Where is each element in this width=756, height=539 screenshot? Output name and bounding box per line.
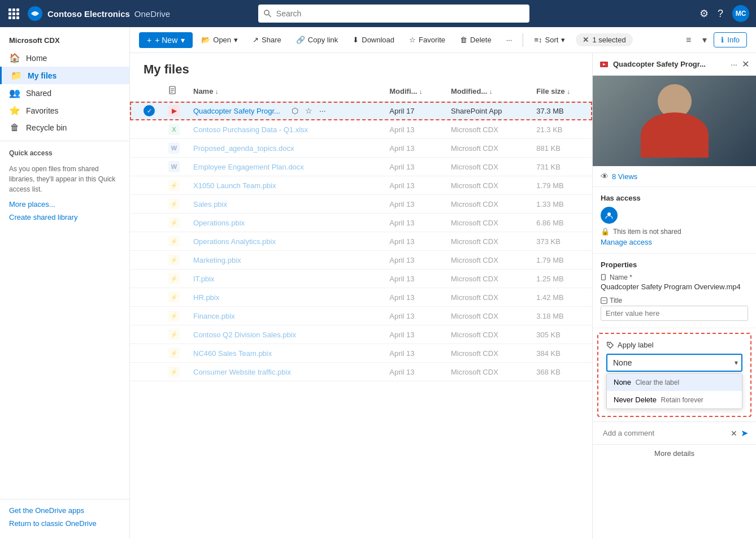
settings-button[interactable]: ⚙ [699, 7, 709, 20]
name-col-label: Name [193, 87, 213, 95]
download-button[interactable]: ⬇ Download [346, 32, 401, 47]
col-name-header[interactable]: Name ↓ [186, 81, 383, 102]
classic-link[interactable]: Return to classic OneDrive [0, 517, 129, 530]
row-check[interactable] [130, 251, 162, 270]
row-check[interactable] [130, 139, 162, 158]
sidebar-item-shared[interactable]: 👥 Shared [0, 84, 129, 102]
open-button[interactable]: 📂 Open ▾ [195, 32, 244, 47]
view-chevron-button[interactable]: ▾ [698, 32, 711, 48]
sort-button[interactable]: ≡↕ Sort ▾ [528, 32, 571, 47]
label-select[interactable]: None Never Delete [606, 354, 742, 372]
row-name-cell: X1050 Launch Team.pbix [186, 176, 383, 195]
row-check[interactable] [130, 307, 162, 325]
row-size: 373 KB [529, 232, 592, 251]
favorite-button[interactable]: ☆ Favorite [403, 32, 451, 47]
info-panel-more-button[interactable]: ··· [731, 60, 737, 69]
sidebar-item-recycle[interactable]: 🗑 Recycle bin [0, 119, 129, 136]
row-more-button[interactable]: ··· [317, 105, 328, 116]
table-row[interactable]: ⚡ X1050 Launch Team.pbix April 13 Micros… [130, 176, 592, 195]
row-file-name[interactable]: Employee Engagement Plan.docx [193, 163, 304, 171]
row-actions: ⬡ ☆ ··· [289, 105, 328, 116]
row-check[interactable] [130, 325, 162, 344]
table-row[interactable]: ⚡ Consumer Website traffic.pbix April 13… [130, 363, 592, 381]
table-row[interactable]: ⚡ Contoso Q2 Division Sales.pbix April 1… [130, 325, 592, 344]
table-row[interactable]: ⚡ IT.pbix April 13 Microsoft CDX 1.25 MB [130, 270, 592, 288]
table-row[interactable]: ✓ ▶ Quadcopter Safety Progr... ⬡ ☆ ··· [130, 102, 592, 120]
sidebar-item-home[interactable]: 🏠 Home [0, 49, 129, 67]
table-row[interactable]: W Employee Engagement Plan.docx April 13… [130, 158, 592, 176]
user-avatar[interactable]: MC [732, 5, 749, 22]
row-file-name[interactable]: NC460 Sales Team.pbix [193, 349, 272, 358]
row-file-name[interactable]: Contoso Purchasing Data - Q1.xlsx [193, 125, 308, 134]
row-file-name[interactable]: Operations.pbix [193, 219, 245, 227]
row-file-name[interactable]: Finance.pbix [193, 312, 235, 320]
row-check[interactable] [130, 214, 162, 232]
row-check[interactable] [130, 270, 162, 288]
row-check[interactable] [130, 288, 162, 307]
title-input[interactable] [601, 306, 748, 321]
row-file-name[interactable]: Sales.pbix [193, 200, 227, 208]
row-check[interactable]: ✓ [130, 102, 162, 120]
search-box[interactable] [258, 5, 529, 23]
comment-input[interactable] [601, 427, 727, 440]
views-count[interactable]: 8 Views [612, 172, 637, 181]
row-file-name[interactable]: IT.pbix [193, 275, 215, 283]
row-file-name[interactable]: X1050 Launch Team.pbix [193, 181, 276, 190]
row-check[interactable] [130, 232, 162, 251]
label-select-container: None Never Delete ▾ [606, 354, 742, 372]
table-row[interactable]: ⚡ Operations.pbix April 13 Microsoft CDX… [130, 214, 592, 232]
sidebar-item-myfiles[interactable]: 📁 My files [0, 67, 129, 84]
row-check[interactable] [130, 120, 162, 139]
table-row[interactable]: ⚡ HR.pbix April 13 Microsoft CDX 1.42 MB [130, 288, 592, 307]
row-file-name[interactable]: Quadcopter Safety Progr... [193, 107, 280, 115]
row-file-name[interactable]: Contoso Q2 Division Sales.pbix [193, 331, 296, 339]
row-favorite-button[interactable]: ☆ [303, 105, 315, 116]
row-check[interactable] [130, 195, 162, 214]
table-row[interactable]: ⚡ Operations Analytics.pbix April 13 Mic… [130, 232, 592, 251]
col-size-header[interactable]: File size ↓ [529, 81, 592, 102]
create-library-link[interactable]: Create shared library [0, 211, 129, 224]
row-check[interactable] [130, 158, 162, 176]
row-size: 368 KB [529, 363, 592, 381]
more-details-button[interactable]: More details [593, 444, 756, 462]
table-row[interactable]: ⚡ Marketing.pbix April 13 Microsoft CDX … [130, 251, 592, 270]
row-file-name[interactable]: Marketing.pbix [193, 256, 241, 264]
row-file-name[interactable]: Consumer Website traffic.pbix [193, 368, 291, 376]
manage-access-link[interactable]: Manage access [601, 238, 748, 246]
col-modified-header[interactable]: Modified... ↓ [444, 81, 529, 102]
view-toggle-button[interactable]: ≡ [681, 32, 696, 48]
delete-button[interactable]: 🗑 Delete [454, 32, 498, 47]
row-check[interactable] [130, 363, 162, 381]
search-input[interactable] [276, 9, 524, 18]
row-file-name[interactable]: Proposed_agenda_topics.docx [193, 144, 294, 153]
row-file-name[interactable]: HR.pbix [193, 293, 219, 302]
comment-send-button[interactable]: ➤ [741, 428, 748, 438]
more-button[interactable]: ··· [500, 32, 519, 47]
table-row[interactable]: X Contoso Purchasing Data - Q1.xlsx Apri… [130, 120, 592, 139]
copy-link-button[interactable]: 🔗 Copy link [290, 32, 344, 47]
table-row[interactable]: W Proposed_agenda_topics.docx April 13 M… [130, 139, 592, 158]
row-file-name[interactable]: Operations Analytics.pbix [193, 237, 276, 246]
waffle-menu[interactable] [7, 7, 20, 20]
sidebar-item-favorites[interactable]: ⭐ Favorites [0, 102, 129, 119]
col-modified-by-header[interactable]: Modifi... ↓ [383, 81, 444, 102]
help-button[interactable]: ? [718, 8, 723, 20]
nav-right: ⚙ ? MC [699, 5, 749, 22]
label-option-never-delete[interactable]: Never Delete Retain forever [607, 391, 742, 408]
row-check[interactable] [130, 176, 162, 195]
clear-selection-button[interactable]: ✕ [583, 36, 589, 44]
comment-close-button[interactable]: ✕ [731, 429, 737, 438]
table-row[interactable]: ⚡ NC460 Sales Team.pbix April 13 Microso… [130, 344, 592, 363]
info-panel-close-button[interactable]: ✕ [742, 59, 749, 69]
share-button[interactable]: ↗ Share [246, 32, 288, 47]
table-row[interactable]: ⚡ Finance.pbix April 13 Microsoft CDX 3.… [130, 307, 592, 325]
new-button[interactable]: + + New ▾ [139, 32, 193, 48]
table-row[interactable]: ⚡ Sales.pbix April 13 Microsoft CDX 1.33… [130, 195, 592, 214]
get-apps-link[interactable]: Get the OneDrive apps [0, 504, 129, 517]
row-check[interactable] [130, 344, 162, 363]
label-option-none[interactable]: None Clear the label [607, 373, 742, 391]
apply-label-section: Apply label None Never Delete ▾ None Cle… [597, 333, 751, 417]
info-button[interactable]: ℹ Info [714, 32, 747, 47]
open-in-new-button[interactable]: ⬡ [289, 105, 301, 116]
more-places-link[interactable]: More places... [0, 198, 129, 211]
